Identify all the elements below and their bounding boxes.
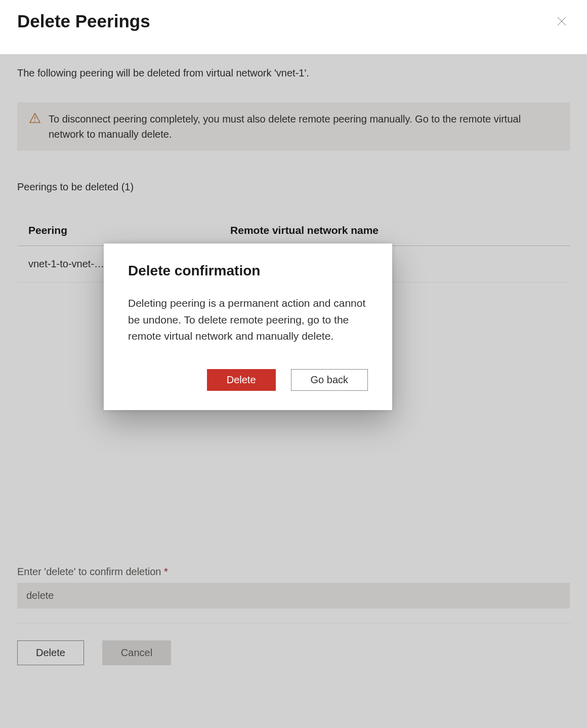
delete-confirmation-modal: Delete confirmation Deleting peering is … (104, 244, 392, 410)
close-icon (556, 16, 567, 27)
modal-title: Delete confirmation (128, 263, 368, 279)
modal-delete-button[interactable]: Delete (207, 369, 276, 391)
modal-buttons: Delete Go back (128, 369, 368, 391)
close-button[interactable] (554, 13, 570, 29)
panel-header: Delete Peerings (0, 0, 587, 46)
modal-goback-button[interactable]: Go back (291, 369, 368, 391)
page-title: Delete Peerings (17, 11, 150, 31)
modal-text: Deleting peering is a permanent action a… (128, 295, 368, 345)
